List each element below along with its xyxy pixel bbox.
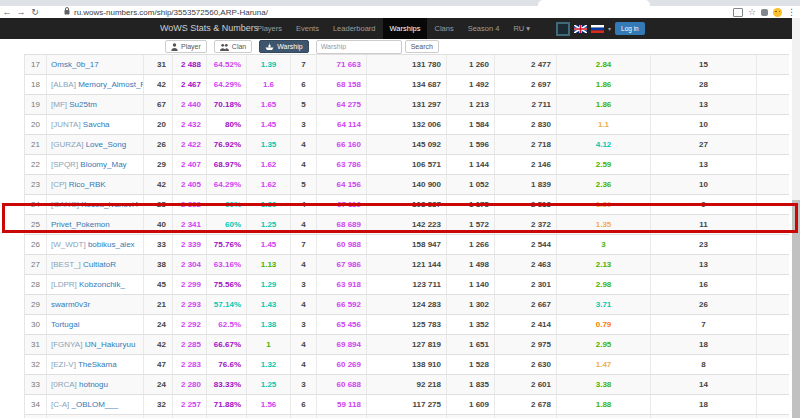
max-xp-cell: 2 678: [495, 395, 557, 414]
player-link[interactable]: swarm0v3r: [51, 300, 90, 309]
last-col-cell: 27: [651, 135, 757, 154]
extensions-icon[interactable]: [761, 9, 768, 16]
player-link[interactable]: Bloomy_May: [80, 160, 126, 169]
avg-damage-cell: 68 689: [317, 215, 367, 234]
filler-cell: [757, 175, 789, 194]
table-row: 20[JUNTA] Savcha202 43280%1.45364 114132…: [25, 115, 789, 135]
avg-xp-cell: 1 609: [447, 395, 495, 414]
share-icon[interactable]: [733, 8, 743, 17]
nav-item-season-4[interactable]: Season 4: [461, 18, 507, 39]
search-input[interactable]: [316, 40, 402, 54]
player-link[interactable]: Kocou_Ivanovi4: [81, 200, 138, 209]
refresh-icon[interactable]: ↻: [28, 7, 42, 17]
clan-tag[interactable]: [W_WDT]: [51, 240, 88, 249]
search-tab-warship[interactable]: Warship: [259, 40, 308, 53]
player-link[interactable]: Savcha: [83, 120, 110, 129]
player-link[interactable]: Rico_RBK: [69, 180, 106, 189]
nav-item-players[interactable]: Players: [250, 18, 289, 39]
clan-tag[interactable]: [ALBA]: [51, 80, 78, 89]
player-link[interactable]: Omsk_0b_17: [51, 60, 99, 69]
table-row: 29swarm0v3r212 29357.14%1.43466 592124 2…: [25, 295, 789, 315]
last-col-cell: 13: [651, 155, 757, 174]
clan-tag[interactable]: [EZI-V]: [51, 360, 78, 369]
max-xp-cell: 2 477: [495, 55, 557, 74]
nav-item-ru-[interactable]: RU ▾: [506, 18, 537, 39]
nav-item-events[interactable]: Events: [289, 18, 326, 39]
frags-per-battle-cell: 1.56: [247, 395, 291, 414]
max-xp-cell: 2 414: [495, 315, 557, 334]
player-link[interactable]: Kobzonchik_: [79, 280, 125, 289]
winrate-cell: 63.16%: [207, 255, 247, 274]
avg-xp-cell: 1 572: [447, 215, 495, 234]
search-tab-player[interactable]: Player: [165, 40, 207, 53]
login-button[interactable]: Log in: [615, 22, 645, 35]
url-text[interactable]: ru.wows-numbers.com/ship/3553572560,ARP-…: [74, 8, 268, 17]
table-row: 19[MF] Su25tm672 44070.18%1.65564 275131…: [25, 95, 789, 115]
nav-item-clans[interactable]: Clans: [427, 18, 460, 39]
player-link[interactable]: hotnogu: [79, 380, 108, 389]
player-link[interactable]: Su25tm: [69, 100, 97, 109]
star-icon[interactable]: ☆: [748, 6, 756, 18]
player-link[interactable]: Memory_Almost_Full: [78, 80, 144, 89]
profile-avatar[interactable]: [773, 8, 782, 17]
winrate-cell: 57.14%: [207, 295, 247, 314]
pr-rating-cell: 2 422: [173, 135, 207, 154]
clan-tag[interactable]: [MF]: [51, 100, 69, 109]
pr-rating-cell: 2 293: [173, 295, 207, 314]
search-button[interactable]: Search: [405, 40, 439, 53]
clan-tag[interactable]: [GANG]: [51, 200, 81, 209]
clan-tag[interactable]: [SPQR]: [51, 160, 80, 169]
player-link[interactable]: bobikus_alex: [88, 240, 135, 249]
flag-ru-icon[interactable]: [591, 25, 604, 33]
pr-rating-cell: 2 407: [173, 155, 207, 174]
clan-tag[interactable]: [LDPR]: [51, 280, 79, 289]
search-tab-clan[interactable]: Clan: [214, 40, 252, 53]
pr-rating-cell: 2 488: [173, 55, 207, 74]
clan-tag[interactable]: [JUNTA]: [51, 120, 83, 129]
nav-item-warships[interactable]: Warships: [383, 18, 428, 39]
battles-cell: 38: [144, 255, 173, 274]
clan-tag[interactable]: [CP]: [51, 180, 69, 189]
player-link[interactable]: _OBLOM___: [71, 400, 118, 409]
player-link[interactable]: IJN_Hakuryuu: [85, 340, 136, 349]
avg-damage-cell: 69 894: [317, 335, 367, 354]
filler-cell: [757, 335, 789, 354]
last-col-cell: 13: [651, 255, 757, 274]
player-link[interactable]: Tortugai: [51, 320, 79, 329]
back-icon[interactable]: ←: [0, 7, 14, 17]
last-col-cell: 18: [651, 335, 757, 354]
theme-toggle-icon[interactable]: [556, 22, 570, 36]
site-brand[interactable]: WoWS Stats & Numbers: [160, 18, 258, 39]
frags-per-battle-cell: 1.25: [247, 215, 291, 234]
player-link[interactable]: TheSkama: [78, 360, 117, 369]
scrollbar-thumb[interactable]: [792, 200, 800, 418]
kd-ratio-cell: 0.79: [557, 315, 651, 334]
avg-damage-cell: 60 688: [317, 375, 367, 394]
max-frags-cell: 5: [291, 175, 317, 194]
clan-tag[interactable]: [BEST_]: [51, 260, 83, 269]
player-link[interactable]: CultiatoR: [83, 260, 116, 269]
clan-tag[interactable]: [GURZA]: [51, 140, 86, 149]
battles-cell: 47: [144, 355, 173, 374]
lock-icon: [64, 7, 70, 17]
max-damage-cell: 124 283: [367, 295, 447, 314]
table-row: 32[EZI-V] TheSkama472 28376.6%1.32460 26…: [25, 355, 789, 375]
language-caret-icon[interactable]: ▾: [608, 25, 611, 32]
filler-cell: [757, 235, 789, 254]
browser-menu-icon[interactable]: ⋮: [787, 6, 796, 18]
flag-uk-icon[interactable]: [574, 25, 587, 33]
clan-tag[interactable]: [0RCA]: [51, 380, 79, 389]
nav-item-leaderboard[interactable]: Leaderboard: [326, 18, 383, 39]
pr-rating-cell: 2 257: [173, 395, 207, 414]
player-link[interactable]: Love_Song: [86, 140, 126, 149]
clan-tag[interactable]: [FGNYA]: [51, 340, 85, 349]
clan-tag[interactable]: [C-A]: [51, 400, 71, 409]
avg-damage-cell: 64 114: [317, 115, 367, 134]
player-link[interactable]: Privet_Pokemon: [51, 220, 110, 229]
browser-toolbar-icons: ☆ ⋮: [733, 6, 796, 18]
table-row: 26[W_WDT] bobikus_alex332 33975.76%1.457…: [25, 235, 789, 255]
max-xp-cell: 2 830: [495, 115, 557, 134]
pr-rating-cell: 2 405: [173, 175, 207, 194]
max-xp-cell: 2 711: [495, 95, 557, 114]
forward-icon[interactable]: →: [14, 7, 28, 17]
